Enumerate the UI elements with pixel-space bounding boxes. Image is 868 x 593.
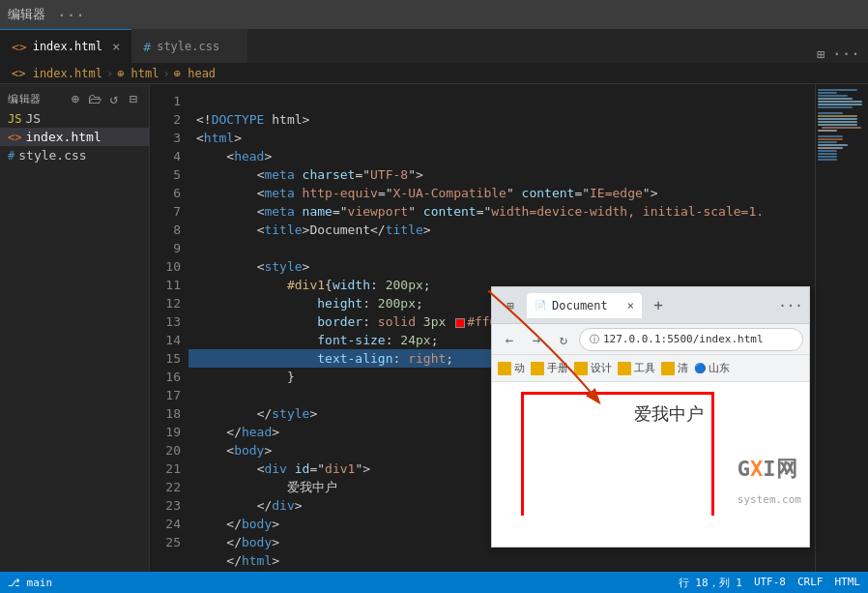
status-git[interactable]: ⎇ main — [8, 577, 52, 589]
chrome-bar: ⊞ 📄 Document × + ··· — [492, 287, 809, 324]
watermark-i: I — [763, 457, 775, 481]
watermark-g: G — [738, 457, 750, 481]
bookmark-sheji-label: 设计 — [591, 361, 612, 375]
tab-style-css[interactable]: # style.css — [131, 29, 247, 63]
watermark-x: X — [750, 457, 763, 481]
bookmark-folder2-icon — [531, 362, 544, 375]
chrome-tab-favicon: 📄 — [535, 300, 546, 311]
bookmark-shandong[interactable]: 🔵 山东 — [694, 361, 730, 375]
css-tab-icon: # — [143, 40, 151, 54]
new-file-icon[interactable]: ⊕ — [68, 91, 83, 106]
sidebar-file-css-label: style.css — [18, 148, 86, 163]
collapse-icon[interactable]: ⊟ — [126, 91, 141, 106]
watermark: GXI网 system.com — [738, 455, 801, 508]
tab-bar: <> index.html × # style.css ⊞ ··· — [0, 29, 868, 63]
chrome-more-button[interactable]: ··· — [780, 295, 801, 316]
chrome-layout-icon[interactable]: ⊞ — [500, 295, 521, 316]
sidebar-item-style-css[interactable]: # style.css — [0, 146, 149, 164]
chrome-bookmarks-bar: 动 手册 设计 工具 清 🔵 — [492, 355, 809, 382]
new-folder-icon[interactable]: 🗁 — [87, 91, 102, 106]
chrome-tab[interactable]: 📄 Document × — [527, 293, 642, 318]
watermark-wang: 网 — [776, 457, 797, 481]
bookmark-shouce[interactable]: 手册 — [531, 361, 568, 375]
bookmark-sheji[interactable]: 设计 — [574, 361, 612, 375]
breadcrumb-sep2: › — [163, 67, 170, 80]
breadcrumb-html[interactable]: ⊕ html — [117, 67, 159, 80]
breadcrumb: <> index.html › ⊕ html › ⊕ head — [0, 63, 868, 84]
status-left: ⎇ main — [8, 577, 52, 589]
refresh-icon[interactable]: ↺ — [106, 91, 122, 106]
minimap-canvas — [816, 84, 868, 572]
breadcrumb-file[interactable]: <> index.html — [12, 67, 102, 80]
watermark-sub: system.com — [738, 493, 801, 506]
sidebar-file-html-label: index.html — [25, 130, 101, 144]
status-position[interactable]: 行 18，列 1 — [679, 576, 742, 590]
bookmark-qing-label: 清 — [678, 361, 688, 375]
tab-label-html: index.html — [33, 40, 102, 53]
js-file-icon: JS — [8, 112, 21, 126]
bookmark-dong[interactable]: 动 — [498, 361, 525, 375]
html-tab-icon: <> — [12, 40, 27, 54]
sidebar-title: 编辑器 — [8, 92, 42, 106]
sidebar-header: 编辑器 ⊕ 🗁 ↺ ⊟ — [0, 88, 149, 109]
css-file-icon: # — [8, 149, 14, 163]
chrome-tab-close[interactable]: × — [627, 299, 634, 312]
bookmark-folder5-icon — [661, 362, 675, 375]
breadcrumb-head[interactable]: ⊕ head — [174, 67, 216, 80]
browser-preview: ⊞ 📄 Document × + ··· ← → ↻ ⓘ 127.0.0.1:5… — [491, 286, 810, 548]
bookmark-folder4-icon — [618, 362, 631, 375]
tab-label-css: style.css — [157, 40, 219, 53]
bookmark-dong-label: 动 — [514, 361, 525, 375]
sidebar-icon-group: ⊕ 🗁 ↺ ⊟ — [68, 91, 141, 106]
minimap — [815, 84, 868, 572]
shandong-icon: 🔵 — [694, 363, 706, 373]
chrome-forward-button[interactable]: → — [525, 328, 548, 351]
bookmark-shandong-label: 山东 — [709, 361, 730, 375]
tab-close-html[interactable]: × — [112, 39, 120, 54]
status-language[interactable]: HTML — [835, 576, 861, 590]
sidebar-file-js-label: JS — [25, 111, 41, 126]
app-name: 编辑器 — [8, 6, 45, 23]
main-area: 编辑器 ⊕ 🗁 ↺ ⊟ JS JS <> index.html # style.… — [0, 84, 868, 572]
preview-div1: 爱我中户 — [521, 392, 714, 516]
chrome-back-button[interactable]: ← — [498, 328, 521, 351]
html-file-icon: <> — [8, 131, 21, 144]
title-bar: 编辑器 ··· — [0, 0, 868, 29]
bookmark-gongju-label: 工具 — [634, 361, 655, 375]
chrome-address-bar[interactable]: ⓘ 127.0.0.1:5500/index.html — [579, 328, 803, 351]
editor-area: 12345 678910 1112131415 1617181920 21222… — [150, 84, 868, 572]
chrome-reload-button[interactable]: ↻ — [552, 328, 575, 351]
chrome-tab-title: Document — [552, 299, 608, 312]
preview-content: 爱我中户 GXI网 system.com — [492, 382, 809, 516]
tab-index-html[interactable]: <> index.html × — [0, 29, 131, 63]
chrome-url: 127.0.0.1:5500/index.html — [603, 333, 764, 345]
bookmark-qing[interactable]: 清 — [661, 361, 688, 375]
status-line-ending[interactable]: CRLF — [797, 576, 824, 590]
status-encoding[interactable]: UTF-8 — [754, 576, 786, 590]
minimap-lines — [816, 84, 868, 165]
status-bar: ⎇ main 行 18，列 1 UTF-8 CRLF HTML — [0, 572, 868, 593]
line-numbers: 12345 678910 1112131415 1617181920 21222… — [150, 84, 188, 572]
bookmark-folder-icon — [498, 362, 511, 375]
split-editor-icon[interactable]: ⊞ — [817, 46, 825, 62]
chrome-lock-icon: ⓘ — [590, 333, 599, 346]
sidebar-item-js[interactable]: JS JS — [0, 109, 149, 128]
breadcrumb-sep1: › — [106, 67, 113, 80]
tab-more-icon[interactable]: ··· — [832, 44, 860, 63]
bookmark-gongju[interactable]: 工具 — [618, 361, 655, 375]
bookmark-shouce-label: 手册 — [547, 361, 568, 375]
chrome-nav-bar: ← → ↻ ⓘ 127.0.0.1:5500/index.html — [492, 324, 809, 355]
title-dots[interactable]: ··· — [57, 6, 85, 24]
preview-text: 爱我中户 — [634, 402, 704, 426]
status-right: 行 18，列 1 UTF-8 CRLF HTML — [679, 576, 860, 590]
sidebar-item-index-html[interactable]: <> index.html — [0, 128, 149, 146]
bookmark-folder3-icon — [574, 362, 588, 375]
chrome-new-tab-button[interactable]: + — [648, 295, 669, 316]
sidebar: 编辑器 ⊕ 🗁 ↺ ⊟ JS JS <> index.html # style.… — [0, 84, 150, 572]
